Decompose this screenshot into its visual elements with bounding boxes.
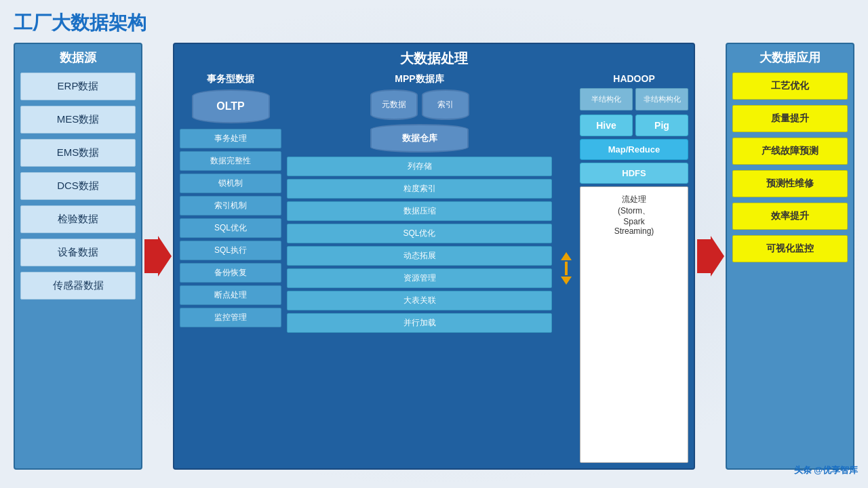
mpp-item-5: 资源管理: [287, 268, 552, 288]
streaming-text: 流处理 (Storm、 Spark Streaming): [614, 195, 654, 236]
app-item-0: 工艺优化: [732, 73, 848, 100]
app-item-5: 可视化监控: [732, 235, 848, 262]
hadoop-non-struct: 非结构构化: [635, 88, 688, 110]
hadoop-struct-row: 半结构化 非结构构化: [580, 88, 688, 110]
mpp-top-row: 元数据 索引: [287, 89, 552, 120]
datasource-column: 数据源 ERP数据 MES数据 EMS数据 DCS数据 检验数据 设备数据 传感…: [14, 43, 142, 470]
page-title: 工厂大数据架构: [14, 10, 854, 36]
applications-header: 大数据应用: [760, 49, 821, 66]
processing-column: 大数据处理 事务型数据 OLTP 事务处理 数据完整性 锁机制 索引机制 SQL…: [173, 43, 695, 470]
mpp-metadata: 元数据: [370, 89, 418, 120]
oltp-box: OLTP: [192, 89, 270, 123]
main-diagram: 数据源 ERP数据 MES数据 EMS数据 DCS数据 检验数据 设备数据 传感…: [14, 43, 854, 470]
arrow-datasource-to-processing: [142, 43, 173, 470]
mpp-item-4: 动态拓展: [287, 246, 552, 266]
ds-item-dcs: DCS数据: [20, 172, 136, 200]
mpp-warehouse: 数据仓库: [370, 124, 469, 152]
transactional-sub: 事务型数据 OLTP 事务处理 数据完整性 锁机制 索引机制 SQL优化 SQL…: [180, 73, 281, 463]
mapreduce-box: Map/Reduce: [580, 139, 688, 160]
hdfs-box: HDFS: [580, 163, 688, 184]
mpp-item-0: 列存储: [287, 157, 552, 176]
ds-item-sensor: 传感器数据: [20, 272, 136, 300]
ds-item-mes: MES数据: [20, 106, 136, 134]
dbl-arrow-up-icon: [561, 252, 572, 260]
mpp-item-3: SQL优化: [287, 224, 552, 243]
app-item-2: 产线故障预测: [732, 138, 848, 165]
trans-item-3: 索引机制: [180, 196, 281, 216]
red-arrow-icon-2: [697, 236, 724, 277]
svg-marker-1: [697, 236, 724, 277]
app-item-4: 效率提升: [732, 203, 848, 230]
hadoop-header: HADOOP: [580, 73, 688, 84]
trans-item-2: 锁机制: [180, 174, 281, 193]
hive-box: Hive: [580, 115, 633, 136]
applications-column: 大数据应用 工艺优化 质量提升 产线故障预测 预测性维修 效率提升 可视化监控: [726, 43, 854, 470]
mpp-item-6: 大表关联: [287, 291, 552, 310]
trans-item-8: 监控管理: [180, 308, 281, 327]
watermark: 头条 @优享智库: [794, 464, 858, 476]
arrow-processing-to-applications: [695, 43, 726, 470]
ds-item-erp: ERP数据: [20, 73, 136, 100]
trans-item-1: 数据完整性: [180, 151, 281, 171]
processing-inner: 事务型数据 OLTP 事务处理 数据完整性 锁机制 索引机制 SQL优化 SQL…: [180, 73, 688, 463]
trans-subheader: 事务型数据: [180, 73, 281, 85]
dbl-arrow-down-icon: [561, 277, 572, 285]
processing-header: 大数据处理: [180, 49, 688, 68]
app-item-3: 预测性维修: [732, 170, 848, 197]
mpp-item-2: 数据压缩: [287, 201, 552, 221]
mpp-index: 索引: [422, 89, 469, 120]
mpp-item-7: 并行加载: [287, 313, 552, 333]
mpp-sub: MPP数据库 元数据 索引 数据仓库 列存储 粒度索引 数据压缩 SQL优化 动…: [287, 73, 552, 463]
svg-marker-0: [144, 236, 172, 277]
pig-box: Pig: [635, 115, 688, 136]
streaming-box: 流处理 (Storm、 Spark Streaming): [580, 186, 688, 463]
trans-item-0: 事务处理: [180, 129, 281, 148]
trans-item-5: SQL执行: [180, 241, 281, 260]
datasource-header: 数据源: [60, 49, 96, 66]
app-item-1: 质量提升: [732, 105, 848, 132]
mpp-item-1: 粒度索引: [287, 179, 552, 199]
trans-item-7: 断点处理: [180, 285, 281, 305]
trans-item-4: SQL优化: [180, 218, 281, 238]
hadoop-sub: HADOOP 半结构化 非结构构化 Hive Pig Map/Reduce HD…: [580, 73, 688, 463]
ds-item-equipment: 设备数据: [20, 239, 136, 266]
red-arrow-icon: [144, 236, 172, 277]
dbl-arrow-line: [565, 262, 568, 275]
ds-item-ems: EMS数据: [20, 139, 136, 167]
hive-pig-row: Hive Pig: [580, 115, 688, 136]
ds-item-inspection: 检验数据: [20, 205, 136, 233]
mpp-subheader: MPP数据库: [395, 73, 443, 85]
trans-item-6: 备份恢复: [180, 263, 281, 283]
hadoop-semi-struct: 半结构化: [580, 88, 633, 110]
arrow-mpp-hadoop: [557, 73, 574, 463]
